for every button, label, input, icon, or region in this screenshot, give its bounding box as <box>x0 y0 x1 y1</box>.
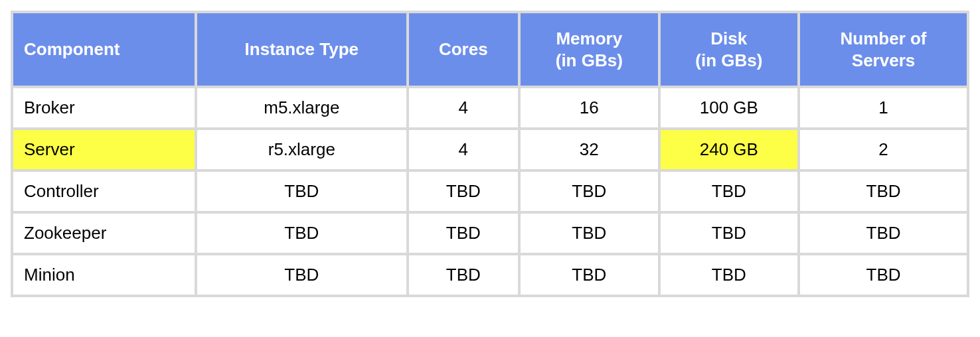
cell-disk: TBD <box>659 170 799 212</box>
cell-instance-type: TBD <box>196 254 408 296</box>
header-instance-type: Instance Type <box>196 12 408 87</box>
table-row: Brokerm5.xlarge416100 GB1 <box>12 87 968 129</box>
table-row: ZookeeperTBDTBDTBDTBDTBD <box>12 212 968 254</box>
cell-instance-type: TBD <box>196 212 408 254</box>
header-memory: Memory (in GBs) <box>519 12 659 87</box>
cell-cores: TBD <box>408 212 519 254</box>
table-header-row: Component Instance Type Cores Memory (in… <box>12 12 968 87</box>
cell-memory: TBD <box>519 254 659 296</box>
cell-servers: TBD <box>799 212 968 254</box>
cell-memory: 32 <box>519 129 659 170</box>
cell-cores: TBD <box>408 170 519 212</box>
cell-disk: 240 GB <box>659 129 799 170</box>
cell-memory: TBD <box>519 212 659 254</box>
cell-memory: TBD <box>519 170 659 212</box>
cell-component: Broker <box>12 87 196 129</box>
cell-cores: TBD <box>408 254 519 296</box>
header-servers: Number of Servers <box>799 12 968 87</box>
cell-servers: TBD <box>799 254 968 296</box>
header-disk-line1: Disk <box>671 28 787 50</box>
cell-component: Minion <box>12 254 196 296</box>
table-body: Brokerm5.xlarge416100 GB1Serverr5.xlarge… <box>12 87 968 296</box>
cell-memory: 16 <box>519 87 659 129</box>
cell-disk: TBD <box>659 212 799 254</box>
header-memory-line2: (in GBs) <box>531 50 647 72</box>
sizing-table: Component Instance Type Cores Memory (in… <box>11 11 969 297</box>
cell-component: Zookeeper <box>12 212 196 254</box>
cell-instance-type: m5.xlarge <box>196 87 408 129</box>
cell-instance-type: TBD <box>196 170 408 212</box>
header-cores: Cores <box>408 12 519 87</box>
cell-cores: 4 <box>408 129 519 170</box>
cell-component: Controller <box>12 170 196 212</box>
cell-servers: 2 <box>799 129 968 170</box>
cell-component: Server <box>12 129 196 170</box>
cell-servers: TBD <box>799 170 968 212</box>
cell-instance-type: r5.xlarge <box>196 129 408 170</box>
cell-disk: 100 GB <box>659 87 799 129</box>
cell-cores: 4 <box>408 87 519 129</box>
header-component: Component <box>12 12 196 87</box>
header-disk-line2: (in GBs) <box>671 50 787 72</box>
header-disk: Disk (in GBs) <box>659 12 799 87</box>
cell-disk: TBD <box>659 254 799 296</box>
table-row: ControllerTBDTBDTBDTBDTBD <box>12 170 968 212</box>
header-servers-line1: Number of <box>811 28 956 50</box>
header-servers-line2: Servers <box>811 50 956 72</box>
cell-servers: 1 <box>799 87 968 129</box>
table-row: Serverr5.xlarge432240 GB2 <box>12 129 968 170</box>
header-memory-line1: Memory <box>531 28 647 50</box>
table-row: MinionTBDTBDTBDTBDTBD <box>12 254 968 296</box>
